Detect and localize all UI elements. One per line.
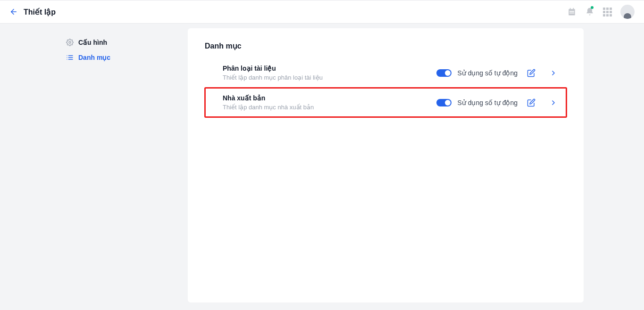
row-title: Nhà xuất bản [223,94,314,102]
content-area: Cấu hình Danh mục Danh mục Phân loại tài… [0,24,644,310]
toggle-label: Sử dụng số tự động [457,69,518,77]
calendar-button[interactable] [567,7,577,16]
svg-point-7 [69,41,71,43]
chevron-right-icon [550,69,557,77]
apps-button[interactable] [603,8,612,16]
topbar-left: Thiết lập [9,8,56,16]
page-title: Thiết lập [24,8,56,16]
sidebar-item-categories[interactable]: Danh mục [66,50,188,65]
edit-icon [527,98,535,107]
notification-dot [591,6,594,9]
svg-rect-5 [569,11,574,12]
topbar-right [567,5,635,19]
row-text: Phân loại tài liệu Thiết lập danh mục ph… [223,65,323,81]
sidebar-item-label: Danh mục [78,54,110,61]
topbar: Thiết lập [0,0,644,24]
section-title: Danh mục [205,41,567,50]
auto-number-toggle[interactable] [436,69,452,77]
open-button[interactable] [550,69,557,77]
back-button[interactable] [9,8,18,16]
avatar[interactable] [620,5,635,19]
edit-button[interactable] [527,69,535,77]
chevron-right-icon [550,99,557,106]
svg-rect-6 [569,13,574,14]
sidebar-item-config[interactable]: Cấu hình [66,35,188,50]
row-description: Thiết lập danh mục nhà xuất bản [223,104,314,111]
edit-button[interactable] [527,98,535,107]
open-button[interactable] [550,99,557,106]
calendar-icon [567,7,577,16]
category-row-publisher[interactable]: Nhà xuất bản Thiết lập danh mục nhà xuất… [205,88,567,117]
gear-icon [66,39,74,46]
row-title: Phân loại tài liệu [223,65,323,72]
row-actions: Sử dụng số tự động [436,69,557,77]
row-text: Nhà xuất bản Thiết lập danh mục nhà xuất… [223,94,314,111]
auto-number-toggle[interactable] [436,99,452,106]
sidebar-item-label: Cấu hình [78,39,107,46]
notifications-button[interactable] [585,7,594,16]
row-description: Thiết lập danh mục phân loại tài liệu [223,74,323,81]
edit-icon [527,69,535,77]
apps-grid-icon [603,8,612,16]
sidebar: Cấu hình Danh mục [0,28,188,310]
main-card: Danh mục Phân loại tài liệu Thiết lập da… [188,28,584,302]
svg-rect-4 [573,8,574,10]
list-icon [66,54,74,61]
category-row-document-classification[interactable]: Phân loại tài liệu Thiết lập danh mục ph… [205,58,567,88]
svg-rect-3 [570,8,571,10]
arrow-left-icon [9,8,18,16]
row-actions: Sử dụng số tự động [436,98,557,107]
toggle-label: Sử dụng số tự động [457,99,518,106]
